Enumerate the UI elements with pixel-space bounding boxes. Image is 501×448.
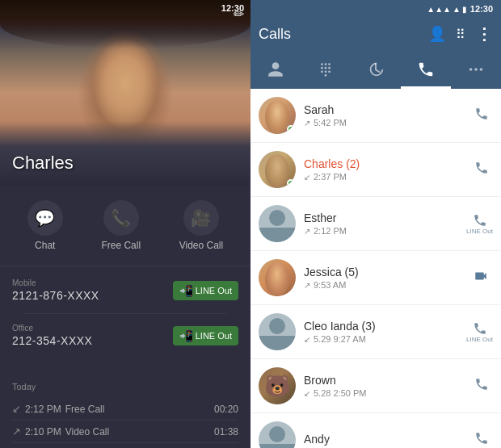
status-icons: ▲▲▲ ▲ ▮	[427, 5, 467, 14]
svg-point-6	[321, 70, 323, 73]
call-action-andy[interactable]	[470, 427, 493, 449]
direction-esther: ↗	[304, 227, 310, 236]
call-action-esther[interactable]: LINE Out	[466, 213, 493, 235]
svg-point-11	[474, 68, 478, 71]
tab-more[interactable]	[451, 50, 501, 89]
right-status-bar: ▲▲▲ ▲ ▮ 12:30	[250, 0, 501, 18]
call-item-jessica[interactable]: Jessica (5) ↗ 9:53 AM	[250, 251, 501, 305]
call-info-andy: Andy	[304, 433, 470, 447]
video-icon: 🎥	[183, 200, 219, 236]
line-out-label-1: LINE Out	[196, 286, 232, 295]
avatar-jessica	[259, 259, 296, 296]
office-info: Office 212-354-XXXX	[12, 324, 92, 347]
direction-sarah: ↗	[304, 119, 310, 128]
time-esther: 2:12 PM	[314, 226, 347, 236]
tab-bar	[250, 50, 501, 89]
svg-point-12	[480, 68, 483, 71]
tab-dialpad[interactable]	[301, 50, 351, 89]
svg-point-4	[325, 67, 327, 69]
avatar-sarah	[259, 97, 296, 134]
call-name-esther: Esther	[304, 211, 466, 224]
online-dot-sarah	[287, 125, 295, 133]
log-time-1: 2:10 PM	[25, 426, 61, 438]
call-action-brown[interactable]	[470, 373, 493, 400]
call-action-charles[interactable]	[470, 157, 493, 183]
call-name-charles: Charles (2)	[304, 157, 470, 170]
action-buttons: 💬 Chat 📞 Free Call 🎥 Video Call	[0, 186, 250, 266]
call-meta-brown: ↙ 5.28 2:50 PM	[304, 388, 470, 398]
dialpad-icon[interactable]: ⠿	[456, 27, 466, 42]
log-time-0: 2:12 PM	[25, 404, 61, 415]
svg-point-5	[328, 67, 330, 69]
direction-brown: ↙	[304, 389, 310, 398]
svg-point-8	[328, 70, 330, 73]
svg-point-2	[328, 63, 330, 65]
chat-icon: 💬	[27, 200, 63, 236]
office-number: 212-354-XXXX	[12, 334, 92, 347]
tab-recents[interactable]	[351, 50, 401, 89]
phone-divider	[24, 313, 226, 314]
call-info-charles: Charles (2) ↙ 2:37 PM	[304, 157, 470, 182]
contact-photo: 12:30 ✏ Charles	[0, 0, 250, 186]
time-sarah: 5:42 PM	[314, 118, 347, 128]
call-name-sarah: Sarah	[304, 103, 470, 116]
free-call-button[interactable]: 📞 Free Call	[101, 200, 141, 251]
call-info-esther: Esther ↗ 2:12 PM	[304, 211, 466, 236]
call-name-brown: Brown	[304, 374, 470, 387]
tab-contacts[interactable]	[250, 50, 301, 89]
call-info-cleo: Cleo Ianda (3) ↙ 5.29 9:27 AM	[304, 320, 466, 344]
call-action-jessica[interactable]	[469, 265, 493, 291]
page-title: Calls	[259, 26, 291, 43]
phone-info: Mobile 2121-876-XXXX 📲 LINE Out Office 2…	[0, 266, 250, 371]
line-out-text-esther: LINE Out	[466, 228, 493, 235]
right-status-time: 12:30	[470, 4, 493, 14]
battery-icon: ▮	[462, 5, 467, 14]
chat-label: Chat	[35, 240, 55, 251]
mobile-line-out-btn[interactable]: 📲 LINE Out	[173, 281, 238, 300]
top-bar: Calls 👤 ⠿ ⋮	[250, 18, 501, 50]
tab-calls[interactable]	[401, 50, 451, 89]
edit-icon[interactable]: ✏	[234, 6, 244, 22]
direction-cleo: ↙	[304, 335, 310, 344]
call-name-jessica: Jessica (5)	[304, 266, 469, 278]
time-jessica: 9:53 AM	[314, 280, 346, 290]
call-item-sarah[interactable]: Sarah ↗ 5:42 PM	[250, 89, 501, 143]
log-direction-1: ↗	[12, 425, 21, 438]
time-brown: 5.28 2:50 PM	[314, 388, 366, 398]
free-call-label: Free Call	[101, 240, 141, 251]
line-out-icon-2: 📲	[179, 329, 193, 342]
call-action-sarah[interactable]	[470, 103, 493, 129]
office-row: Office 212-354-XXXX 📲 LINE Out	[12, 324, 238, 347]
call-info-brown: Brown ↙ 5.28 2:50 PM	[304, 374, 470, 398]
svg-point-3	[321, 67, 323, 69]
log-left-1: ↗ 2:10 PM Video Call	[12, 425, 109, 438]
office-line-out-btn[interactable]: 📲 LINE Out	[173, 326, 238, 345]
direction-jessica: ↗	[304, 281, 310, 290]
call-item-charles[interactable]: Charles (2) ↙ 2:37 PM	[250, 143, 501, 197]
log-row-1: ↗ 2:10 PM Video Call 01:38	[12, 421, 238, 443]
svg-point-10	[469, 68, 473, 71]
call-name-andy: Andy	[304, 433, 470, 446]
call-item-cleo[interactable]: Cleo Ianda (3) ↙ 5.29 9:27 AM LINE Out	[250, 305, 501, 359]
wifi-icon: ▲	[453, 5, 461, 14]
left-panel: 12:30 ✏ Charles 💬 Chat 📞 Free Call 🎥 Vid…	[0, 0, 250, 448]
more-icon[interactable]: ⋮	[476, 24, 493, 44]
avatar-esther	[259, 205, 296, 242]
call-action-cleo[interactable]: LINE Out	[466, 321, 493, 343]
chat-button[interactable]: 💬 Chat	[27, 200, 63, 251]
call-item-esther[interactable]: Esther ↗ 2:12 PM LINE Out	[250, 197, 501, 251]
log-type-0: Free Call	[65, 404, 105, 415]
video-call-button[interactable]: 🎥 Video Call	[179, 200, 223, 251]
contacts-icon[interactable]: 👤	[428, 25, 446, 43]
line-out-icon-1: 📲	[179, 284, 193, 297]
svg-point-7	[325, 70, 327, 73]
call-item-brown[interactable]: 🐻 Brown ↙ 5.28 2:50 PM	[250, 359, 501, 413]
log-duration-1: 01:38	[214, 426, 238, 438]
svg-point-1	[325, 63, 327, 65]
call-item-andy[interactable]: Andy	[250, 413, 501, 448]
log-row-2: ↗ 1:58 PM Free Call Canceled	[12, 443, 238, 448]
svg-point-0	[321, 63, 323, 65]
mobile-info: Mobile 2121-876-XXXX	[12, 278, 99, 302]
right-panel: ▲▲▲ ▲ ▮ 12:30 Calls 👤 ⠿ ⋮	[250, 0, 501, 448]
call-meta-charles: ↙ 2:37 PM	[304, 172, 470, 182]
